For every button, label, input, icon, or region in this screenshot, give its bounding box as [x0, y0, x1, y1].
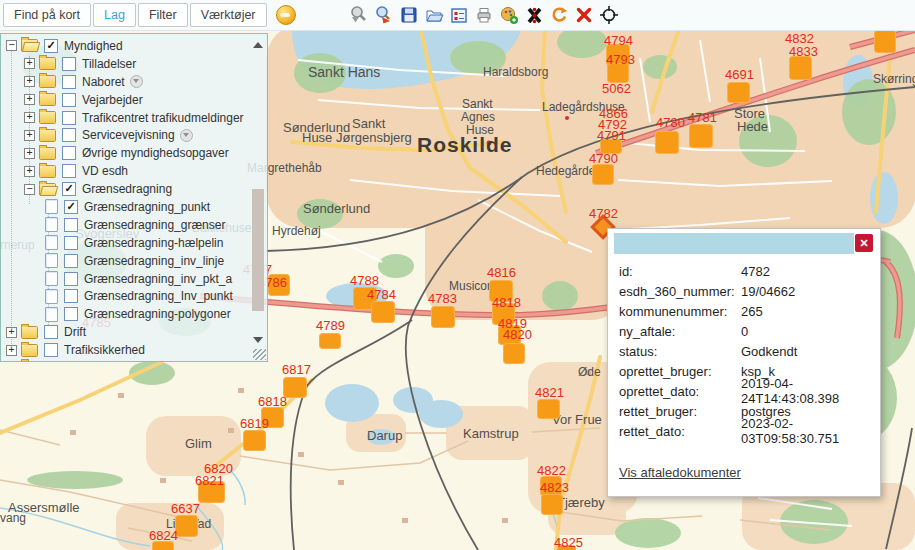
layer-checkbox[interactable]: [62, 75, 76, 89]
close-icon[interactable]: ✕: [855, 234, 873, 252]
tree-item-gr-nsedragning-punkt[interactable]: ✓Grænsedragning_punkt: [1, 198, 249, 216]
tree-item-trafiksikkerhed[interactable]: +Trafiksikkerhed: [1, 341, 249, 359]
open-folder-icon[interactable]: [423, 4, 445, 26]
print-icon[interactable]: [473, 4, 495, 26]
layer-checkbox[interactable]: ✓: [62, 182, 76, 196]
folder-open-icon: [39, 183, 56, 196]
map-marker[interactable]: [655, 131, 679, 154]
layer-checkbox[interactable]: [62, 93, 76, 107]
map-marker[interactable]: [319, 333, 341, 349]
scrollbar-thumb[interactable]: [252, 189, 264, 311]
map-marker[interactable]: [243, 430, 266, 451]
scroll-up-arrow[interactable]: [253, 42, 263, 48]
layer-checkbox[interactable]: ✓: [64, 200, 78, 214]
filter-icon[interactable]: [130, 75, 143, 88]
tree-item-gr-nsedragning-h-lpelin[interactable]: Grænsedragning-hælpelin: [1, 234, 249, 252]
layer-checkbox[interactable]: [64, 307, 78, 321]
refresh-icon[interactable]: [548, 4, 570, 26]
map-place-label: Huse Jørgensbjerg: [302, 130, 412, 145]
tab-find-p-kort[interactable]: Find på kort: [3, 3, 91, 27]
tree-item-gr-nsedragning-inv-linje[interactable]: Grænsedragning_inv_linje: [1, 252, 249, 270]
layer-checkbox[interactable]: [64, 254, 78, 268]
tree-item-vd-esdh[interactable]: +VD esdh: [1, 162, 249, 180]
layer-checkbox[interactable]: [64, 236, 78, 250]
map-marker[interactable]: [175, 515, 198, 537]
marker-number-label: 4791: [597, 128, 626, 143]
folder-icon: [39, 165, 56, 178]
expand-icon[interactable]: +: [6, 327, 17, 338]
map-marker[interactable]: [789, 56, 812, 80]
popup-field-kommunenummer: kommunenummer:265: [608, 301, 880, 321]
map-marker[interactable]: [537, 399, 560, 419]
layer-checkbox[interactable]: [44, 325, 58, 339]
layer-checkbox[interactable]: [64, 289, 78, 303]
map-marker[interactable]: [727, 82, 750, 103]
panel-resize-handle[interactable]: [253, 349, 266, 360]
tree-item-myndighed[interactable]: −✓Myndighed: [1, 37, 249, 55]
layer-checkbox[interactable]: [62, 111, 76, 125]
scroll-down-arrow[interactable]: [253, 337, 263, 343]
expand-icon[interactable]: +: [24, 112, 35, 123]
popup-header-bar[interactable]: [614, 233, 854, 254]
tab-v-rkt-jer[interactable]: Værktøjer: [190, 3, 267, 27]
expand-icon[interactable]: +: [24, 94, 35, 105]
tree-item-tilladelser[interactable]: +Tilladelser: [1, 55, 249, 73]
expand-icon[interactable]: +: [24, 148, 35, 159]
layer-checkbox[interactable]: [62, 146, 76, 160]
tree-item-partial[interactable]: +: [1, 359, 249, 361]
minimize-sphere-icon[interactable]: [276, 5, 296, 25]
tree-item-gr-nsedragning-inv-pkt-a[interactable]: Grænsedragning_inv_pkt_a: [1, 270, 249, 288]
zoom-previous-icon[interactable]: [348, 4, 370, 26]
map-place-label: Agnes: [461, 110, 495, 124]
layer-checkbox[interactable]: [44, 343, 58, 357]
layer-checkbox[interactable]: [62, 128, 76, 142]
delete-icon[interactable]: [573, 4, 595, 26]
palette-icon[interactable]: [498, 4, 520, 26]
tree-item-vrige-myndighedsopgaver[interactable]: +Øvrige myndighedsopgaver: [1, 144, 249, 162]
layer-label: Grænsedragning_inv_pkt_a: [84, 272, 232, 286]
layer-label: Trafikcentret trafikudmeldinger: [82, 111, 244, 125]
map-marker[interactable]: [503, 343, 525, 364]
tree-item-drift[interactable]: +Drift: [1, 323, 249, 341]
save-icon[interactable]: [398, 4, 420, 26]
hide-markers-icon[interactable]: [523, 4, 545, 26]
map-marker[interactable]: [541, 494, 563, 515]
layer-label: Vejarbejder: [82, 93, 143, 107]
tree-item-gr-nsedragning-polygoner[interactable]: Grænsedragning-polygoner: [1, 305, 249, 323]
tab-lag[interactable]: Lag: [93, 3, 136, 27]
map-marker[interactable]: [592, 164, 614, 185]
filter-icon[interactable]: [180, 129, 193, 142]
tree-item-gr-nsedragning-gr-nser[interactable]: Grænsedragning_grænser: [1, 216, 249, 234]
expand-icon[interactable]: +: [24, 130, 35, 141]
expand-icon[interactable]: +: [24, 166, 35, 177]
expand-icon[interactable]: +: [24, 76, 35, 87]
tree-item-gr-nsedragning[interactable]: −✓Grænsedragning: [1, 180, 249, 198]
show-agreement-documents-link[interactable]: Vis aftaledokumenter: [619, 465, 741, 480]
expand-icon[interactable]: +: [6, 345, 17, 356]
marker-number-label: 4823: [540, 480, 569, 495]
layer-checkbox[interactable]: [62, 164, 76, 178]
center-map-icon[interactable]: [598, 4, 620, 26]
map-marker[interactable]: [431, 306, 455, 328]
layer-checkbox[interactable]: [64, 272, 78, 286]
map-marker[interactable]: [689, 124, 713, 148]
tab-filter[interactable]: Filter: [138, 3, 188, 27]
tree-item-trafikcentret-trafikudmeldinger[interactable]: +Trafikcentret trafikudmeldinger: [1, 109, 249, 127]
zoom-next-icon[interactable]: [373, 4, 395, 26]
layer-checkbox[interactable]: ✓: [44, 39, 58, 53]
tree-item-naboret[interactable]: +Naboret: [1, 73, 249, 91]
tree-item-gr-nsedragning-inv-punkt[interactable]: Grænsedragning_Inv_punkt: [1, 287, 249, 305]
marker-number-label: 4820: [503, 327, 532, 342]
layer-checkbox[interactable]: [62, 57, 76, 71]
map-marker[interactable]: [371, 301, 395, 323]
collapse-icon[interactable]: −: [6, 40, 17, 51]
map-marker[interactable]: [874, 30, 896, 53]
tree-item-vejarbejder[interactable]: +Vejarbejder: [1, 91, 249, 109]
layer-checkbox[interactable]: [64, 218, 78, 232]
legend-icon[interactable]: [448, 4, 470, 26]
document-icon: [45, 307, 58, 322]
tree-item-servicevejvisning[interactable]: +Servicevejvisning: [1, 126, 249, 144]
layer-label: Grænsedragning_grænser: [84, 218, 225, 232]
expand-icon[interactable]: +: [24, 58, 35, 69]
collapse-icon[interactable]: −: [24, 184, 35, 195]
